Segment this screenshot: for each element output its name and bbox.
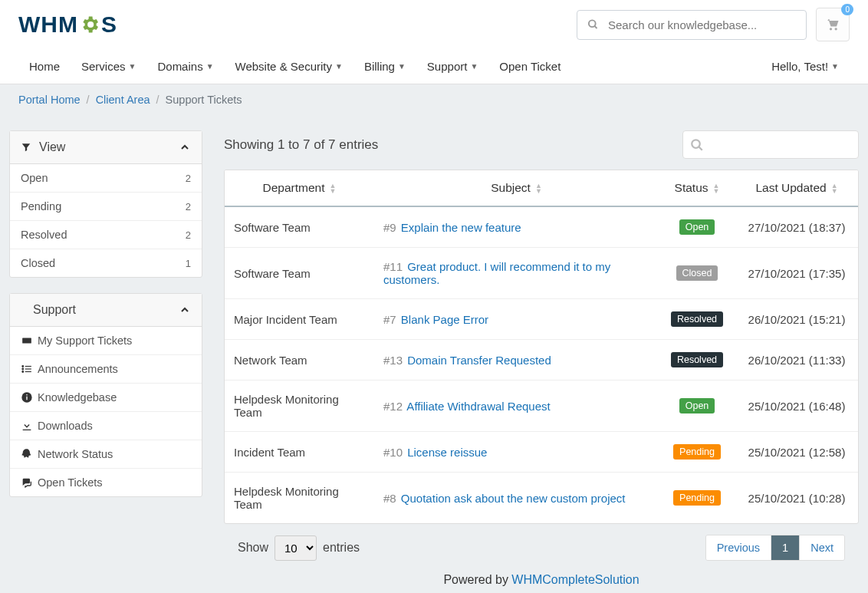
cell-department: Helpdesk Monitoring Team [225, 381, 374, 432]
cell-status: Pending [659, 432, 735, 473]
filter-pending[interactable]: Pending2 [10, 192, 202, 220]
cell-department: Incident Team [225, 432, 374, 473]
ticket-row[interactable]: Software Team#11 Great product. I will r… [225, 248, 858, 299]
cell-subject: #12 Affiliate Withdrawal Request [374, 381, 659, 432]
svg-rect-10 [26, 397, 27, 400]
page-prev[interactable]: Previous [706, 535, 771, 560]
filter-label: Open [21, 172, 48, 184]
nav-home[interactable]: Home [18, 49, 71, 84]
logo-text-pre: WHM [18, 12, 78, 38]
cell-status: Open [659, 206, 735, 248]
support-link-label: Network Status [38, 448, 113, 460]
svg-line-13 [699, 147, 702, 150]
cell-department: Major Incident Team [225, 299, 374, 340]
show-label-post: entries [323, 541, 360, 555]
cell-department: Helpdesk Monitoring Team [225, 473, 374, 524]
cell-subject: #10 License reissue [374, 432, 659, 473]
cell-updated: 27/10/2021 (17:35) [735, 248, 858, 299]
chevron-down-icon: ▼ [831, 62, 839, 71]
nav-website-security[interactable]: Website & Security ▼ [225, 49, 353, 84]
filter-label: Resolved [21, 229, 67, 241]
cell-updated: 25/10/2021 (16:48) [735, 381, 858, 432]
ticket-row[interactable]: Helpdesk Monitoring Team#12 Affiliate Wi… [225, 381, 858, 432]
cart-button[interactable]: 0 [816, 8, 850, 41]
chevron-up-icon [179, 304, 191, 316]
kb-search-input[interactable] [577, 10, 807, 40]
col-subject[interactable]: Subject▲▼ [374, 170, 659, 206]
nav-open-ticket[interactable]: Open Ticket [488, 49, 571, 84]
ticket-link[interactable]: #12 Affiliate Withdrawal Request [383, 400, 551, 413]
col-updated[interactable]: Last Updated▲▼ [735, 170, 858, 206]
cell-subject: #13 Domain Transfer Requested [374, 340, 659, 381]
ticket-link[interactable]: #9 Explain the new feature [383, 221, 521, 234]
page-next[interactable]: Next [799, 535, 844, 560]
nav-domains[interactable]: Domains ▼ [146, 49, 224, 84]
support-card-header[interactable]: Support [10, 294, 202, 327]
breadcrumb-item[interactable]: Client Area [96, 94, 150, 106]
table-search-input[interactable] [682, 130, 859, 159]
cell-updated: 26/10/2021 (11:33) [735, 340, 858, 381]
sort-icon: ▲▼ [330, 183, 337, 194]
breadcrumb: Portal Home/Client Area/Support Tickets [0, 84, 868, 115]
ticket-link[interactable]: #10 License reissue [383, 446, 487, 459]
support-knowledgebase[interactable]: Knowledgebase [10, 383, 202, 411]
support-downloads[interactable]: Downloads [10, 411, 202, 440]
cell-subject: #11 Great product. I will recommend it t… [374, 248, 659, 299]
cell-updated: 25/10/2021 (12:58) [735, 432, 858, 473]
breadcrumb-item: Support Tickets [166, 94, 242, 106]
breadcrumb-item[interactable]: Portal Home [18, 94, 81, 106]
support-link-label: My Support Tickets [38, 334, 132, 347]
view-filter-header[interactable]: View [10, 131, 202, 164]
support-link-label: Announcements [38, 363, 118, 375]
sort-icon: ▲▼ [831, 183, 838, 194]
ticket-row[interactable]: Major Incident Team#7 Blank Page ErrorRe… [225, 299, 858, 340]
ticket-row[interactable]: Network Team#13 Domain Transfer Requeste… [225, 340, 858, 381]
powered-link[interactable]: WHMCompleteSolution [511, 573, 639, 586]
support-network-status[interactable]: Network Status [10, 440, 202, 468]
support-open-tickets[interactable]: Open Tickets [10, 468, 202, 496]
filter-count: 2 [186, 229, 191, 241]
filter-open[interactable]: Open2 [10, 164, 202, 192]
pagination: Previous 1 Next [705, 535, 845, 561]
filter-resolved[interactable]: Resolved2 [10, 220, 202, 249]
ticket-row[interactable]: Helpdesk Monitoring Team#8 Quotation ask… [225, 473, 858, 524]
svg-point-12 [692, 140, 700, 148]
chevron-down-icon: ▼ [398, 62, 406, 71]
cell-status: Closed [659, 248, 735, 299]
filter-closed[interactable]: Closed1 [10, 249, 202, 277]
logo-text-post: S [101, 12, 117, 38]
ticket-row[interactable]: Software Team#9 Explain the new featureO… [225, 206, 858, 248]
ticket-link[interactable]: #8 Quotation ask about the new custom pr… [383, 492, 626, 505]
entries-select[interactable]: 10 [275, 535, 317, 561]
sort-icon: ▲▼ [535, 183, 542, 194]
support-announcements[interactable]: Announcements [10, 354, 202, 383]
list-icon [21, 364, 38, 374]
cell-subject: #9 Explain the new feature [374, 206, 659, 248]
nav-label: Open Ticket [499, 60, 561, 73]
support-my-support-tickets[interactable]: My Support Tickets [10, 327, 202, 354]
cell-updated: 25/10/2021 (10:28) [735, 473, 858, 524]
rocket-icon [21, 448, 38, 460]
status-badge: Closed [676, 265, 718, 281]
show-label-pre: Show [238, 541, 268, 555]
col-department[interactable]: Department▲▼ [225, 170, 374, 206]
col-status[interactable]: Status▲▼ [659, 170, 735, 206]
ticket-link[interactable]: #11 Great product. I will recommend it t… [383, 260, 610, 286]
page-1[interactable]: 1 [771, 535, 799, 560]
nav-billing[interactable]: Billing ▼ [353, 49, 416, 84]
tickets-table: Department▲▼ Subject▲▼ Status▲▼ Last Upd… [225, 170, 858, 523]
support-card: Support My Support TicketsAnnouncementsK… [9, 293, 202, 497]
ticket-row[interactable]: Incident Team#10 License reissuePending2… [225, 432, 858, 473]
cell-subject: #8 Quotation ask about the new custom pr… [374, 473, 659, 524]
svg-rect-2 [22, 338, 31, 344]
ticket-link[interactable]: #7 Blank Page Error [383, 313, 488, 326]
nav-support[interactable]: Support ▼ [416, 49, 488, 84]
sort-icon: ▲▼ [713, 183, 720, 194]
nav-services[interactable]: Services ▼ [71, 49, 146, 84]
ticket-link[interactable]: #13 Domain Transfer Requested [383, 354, 551, 367]
logo[interactable]: WHM S [18, 12, 117, 38]
user-menu[interactable]: Hello, Test! ▼ [761, 49, 850, 84]
cell-department: Software Team [225, 248, 374, 299]
svg-point-7 [22, 368, 24, 370]
chevron-down-icon: ▼ [129, 62, 136, 71]
